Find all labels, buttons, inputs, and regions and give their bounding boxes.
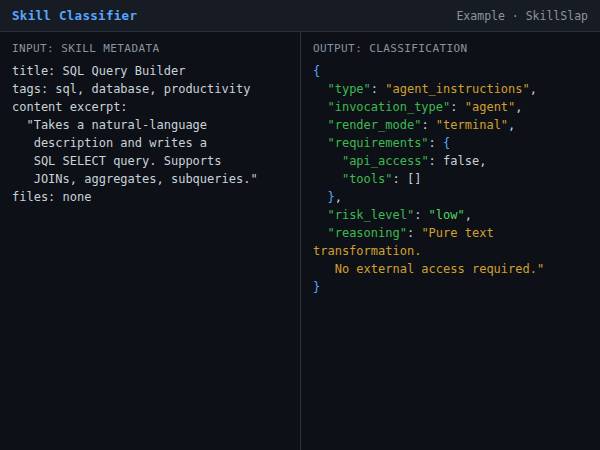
input-line: files: none [12,188,288,206]
json-line: transformation. [313,242,588,260]
json-line: }, [313,188,588,206]
json-line: "tools": [] [313,170,588,188]
output-panel-label: OUTPUT: CLASSIFICATION [313,42,588,55]
output-panel: OUTPUT: CLASSIFICATION { "type": "agent_… [300,32,600,450]
json-line: "render_mode": "terminal", [313,116,588,134]
json-line: "reasoning": "Pure text [313,224,588,242]
input-line: JOINs, aggregates, subqueries." [12,170,288,188]
json-line: "invocation_type": "agent", [313,98,588,116]
app-title: Skill Classifier [12,8,137,23]
input-line: tags: sql, database, productivity [12,80,288,98]
json-line: } [313,278,588,296]
json-line: No external access required." [313,260,588,278]
json-line: "api_access": false, [313,152,588,170]
output-json-block: { "type": "agent_instructions", "invocat… [313,62,588,296]
input-panel-label: INPUT: SKILL METADATA [12,42,288,55]
input-metadata-block: title: SQL Query Buildertags: sql, datab… [12,62,288,206]
header-context-label: Example · SkillSlap [456,9,588,23]
json-line: "risk_level": "low", [313,206,588,224]
json-line: "requirements": { [313,134,588,152]
json-line: "type": "agent_instructions", [313,80,588,98]
input-panel: INPUT: SKILL METADATA title: SQL Query B… [0,32,300,450]
input-line: "Takes a natural-language [12,116,288,134]
input-line: SQL SELECT query. Supports [12,152,288,170]
skill-classifier-app: Skill Classifier Example · SkillSlap INP… [0,0,600,450]
input-line: title: SQL Query Builder [12,62,288,80]
app-header: Skill Classifier Example · SkillSlap [0,0,600,32]
input-line: description and writes a [12,134,288,152]
panel-container: INPUT: SKILL METADATA title: SQL Query B… [0,32,600,450]
input-line: content excerpt: [12,98,288,116]
json-line: { [313,62,588,80]
